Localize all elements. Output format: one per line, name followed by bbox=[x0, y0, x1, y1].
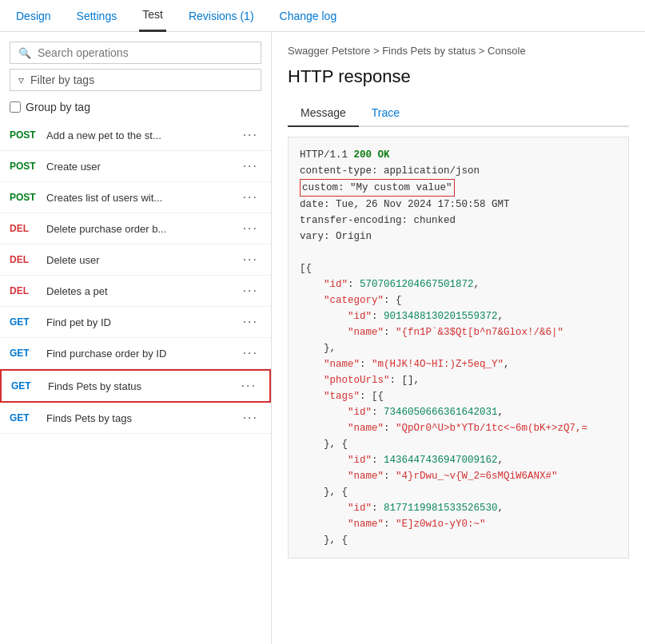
header-date: date: Tue, 26 Nov 2024 17:50:58 GMT bbox=[300, 199, 510, 210]
tab-revisions[interactable]: Revisions (1) bbox=[185, 0, 257, 32]
group-by-tag-label: Group by tag bbox=[26, 101, 90, 113]
op-item-find-order-id[interactable]: GET Find purchase order by ID ··· bbox=[0, 338, 271, 369]
status-ok: 200 OK bbox=[354, 149, 390, 161]
filter-box[interactable]: ▿ Filter by tags bbox=[10, 69, 261, 91]
dots-menu[interactable]: ··· bbox=[240, 190, 261, 205]
tab-design[interactable]: Design bbox=[13, 0, 54, 32]
dots-menu[interactable]: ··· bbox=[238, 379, 260, 393]
header-custom: custom: "My custom value" bbox=[300, 182, 455, 193]
search-input[interactable] bbox=[38, 46, 253, 59]
op-item-finds-pets-status[interactable]: GET Finds Pets by status ··· bbox=[0, 369, 271, 403]
op-item-delete-user[interactable]: DEL Delete user ··· bbox=[0, 244, 271, 276]
op-name: Find purchase order by ID bbox=[46, 348, 232, 360]
method-badge: GET bbox=[11, 380, 40, 392]
op-name: Creates list of users wit... bbox=[46, 192, 232, 204]
group-by-tag-checkbox[interactable] bbox=[10, 101, 21, 113]
op-name: Delete purchase order b... bbox=[46, 223, 232, 235]
http-status-line: HTTP/1.1 200 OK bbox=[300, 149, 390, 161]
op-name: Finds Pets by tags bbox=[46, 412, 232, 424]
method-badge: POST bbox=[10, 161, 38, 172]
op-name: Find pet by ID bbox=[46, 316, 232, 328]
custom-header-value: custom: "My custom value" bbox=[300, 179, 455, 197]
method-badge: GET bbox=[10, 316, 38, 328]
breadcrumb: Swagger Petstore > Finds Pets by status … bbox=[288, 45, 629, 57]
operations-list: POST Add a new pet to the st... ··· POST… bbox=[0, 120, 271, 644]
tab-settings[interactable]: Settings bbox=[74, 0, 121, 32]
op-item-find-pet-id[interactable]: GET Find pet by ID ··· bbox=[0, 307, 271, 338]
header-vary: vary: Origin bbox=[300, 231, 372, 242]
method-badge: DEL bbox=[10, 223, 38, 234]
search-icon: 🔍 bbox=[18, 47, 31, 59]
header-content-type: content-type: application/json bbox=[300, 165, 480, 177]
group-by-tag-row: Group by tag bbox=[0, 97, 271, 120]
method-badge: POST bbox=[10, 192, 38, 203]
main-layout: 🔍 ▿ Filter by tags Group by tag POST Add… bbox=[0, 32, 645, 644]
method-badge: GET bbox=[10, 348, 38, 359]
dots-menu[interactable]: ··· bbox=[240, 411, 261, 425]
section-title: HTTP response bbox=[288, 66, 629, 87]
right-panel: Swagger Petstore > Finds Pets by status … bbox=[272, 32, 645, 644]
op-name: Delete user bbox=[46, 254, 232, 266]
tab-trace[interactable]: Trace bbox=[359, 100, 412, 127]
filter-icon: ▿ bbox=[18, 74, 24, 86]
top-navigation: Design Settings Test Revisions (1) Chang… bbox=[0, 0, 645, 32]
method-badge: GET bbox=[10, 412, 38, 423]
response-content: HTTP/1.1 200 OK content-type: applicatio… bbox=[288, 137, 629, 559]
op-item-creates-list[interactable]: POST Creates list of users wit... ··· bbox=[0, 182, 271, 213]
tab-message[interactable]: Message bbox=[288, 100, 359, 127]
tab-changelog[interactable]: Change log bbox=[277, 0, 340, 32]
op-name: Finds Pets by status bbox=[48, 380, 230, 392]
dots-menu[interactable]: ··· bbox=[240, 159, 261, 173]
header-transfer: transfer-encoding: chunked bbox=[300, 215, 456, 226]
op-name: Create user bbox=[46, 161, 232, 173]
dots-menu[interactable]: ··· bbox=[240, 221, 261, 236]
op-item-finds-pets-tags[interactable]: GET Finds Pets by tags ··· bbox=[0, 403, 271, 434]
method-badge: POST bbox=[10, 129, 38, 141]
op-item-deletes-pet[interactable]: DEL Deletes a pet ··· bbox=[0, 276, 271, 307]
method-badge: DEL bbox=[10, 254, 38, 265]
method-badge: DEL bbox=[10, 285, 38, 296]
tab-test[interactable]: Test bbox=[139, 0, 166, 32]
response-tabs: Message Trace bbox=[288, 100, 629, 127]
dots-menu[interactable]: ··· bbox=[240, 252, 261, 267]
dots-menu[interactable]: ··· bbox=[240, 284, 261, 298]
op-item-add-pet[interactable]: POST Add a new pet to the st... ··· bbox=[0, 120, 271, 151]
json-body: [{ "id": 5707061204667501872, "category"… bbox=[300, 263, 587, 546]
search-filter-area: 🔍 ▿ Filter by tags bbox=[0, 32, 271, 97]
op-name: Add a new pet to the st... bbox=[46, 129, 232, 141]
op-name: Deletes a pet bbox=[46, 285, 232, 297]
filter-label: Filter by tags bbox=[30, 74, 94, 86]
dots-menu[interactable]: ··· bbox=[240, 346, 261, 360]
dots-menu[interactable]: ··· bbox=[240, 128, 261, 142]
op-item-create-user[interactable]: POST Create user ··· bbox=[0, 151, 271, 182]
left-panel: 🔍 ▿ Filter by tags Group by tag POST Add… bbox=[0, 32, 272, 644]
dots-menu[interactable]: ··· bbox=[240, 315, 261, 329]
op-item-delete-order[interactable]: DEL Delete purchase order b... ··· bbox=[0, 213, 271, 244]
search-box[interactable]: 🔍 bbox=[10, 42, 261, 64]
